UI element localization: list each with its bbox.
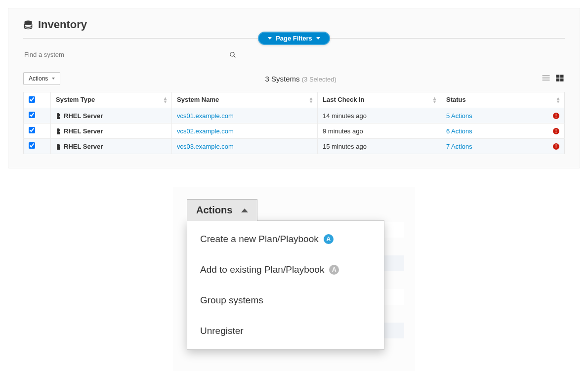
- actions-menu: Create a new Plan/Playbook A Add to exis…: [187, 220, 384, 350]
- actions-dropdown-button[interactable]: Actions: [23, 72, 60, 85]
- menu-item-add-to-plan[interactable]: Add to existing Plan/Playbook A: [187, 254, 384, 285]
- page-filters-button[interactable]: Page Filters: [258, 32, 330, 45]
- systems-table: System Type System Name Last Check In St…: [23, 92, 565, 154]
- caret-down-icon: [52, 78, 55, 80]
- alert-icon: !: [553, 113, 559, 119]
- sort-icon: [164, 96, 167, 104]
- svg-rect-7: [560, 78, 564, 81]
- row-checkbox[interactable]: [29, 127, 35, 133]
- count-main: 3 Systems: [265, 75, 300, 83]
- svg-rect-5: [560, 75, 564, 78]
- table-row[interactable]: RHEL Server vcs01.example.com 14 minutes…: [24, 108, 565, 124]
- last-check-in: 15 minutes ago: [318, 139, 441, 154]
- system-type: RHEL Server: [64, 112, 103, 120]
- background-rows: [384, 222, 404, 356]
- status-link[interactable]: 6 Actions: [446, 127, 472, 135]
- page-title-text: Inventory: [38, 18, 87, 31]
- svg-rect-4: [556, 75, 560, 78]
- list-view-button[interactable]: [541, 74, 551, 84]
- menu-item-group-systems[interactable]: Group systems: [187, 285, 384, 316]
- sort-icon: [310, 96, 312, 104]
- alert-icon: !: [553, 143, 559, 150]
- svg-rect-6: [556, 78, 560, 81]
- sort-icon: [557, 96, 559, 104]
- linux-icon: [56, 143, 61, 150]
- svg-rect-1: [543, 75, 550, 76]
- system-name-link[interactable]: vcs03.example.com: [177, 143, 234, 150]
- column-header-name[interactable]: System Name: [172, 92, 318, 108]
- systems-count: 3 Systems (3 Selected): [60, 75, 541, 83]
- actions-dropdown-detail: Actions Create a new Plan/Playbook A Add…: [173, 187, 415, 371]
- search-input[interactable]: [23, 47, 223, 62]
- actions-label: Actions: [196, 205, 232, 216]
- alert-icon: !: [553, 128, 559, 134]
- sort-icon: [433, 96, 436, 104]
- actions-dropdown-button-open[interactable]: Actions: [187, 199, 257, 221]
- column-header-last[interactable]: Last Check In: [318, 92, 441, 108]
- system-name-link[interactable]: vcs02.example.com: [177, 127, 234, 135]
- system-name-link[interactable]: vcs01.example.com: [177, 112, 234, 120]
- table-row[interactable]: RHEL Server vcs02.example.com 9 minutes …: [24, 124, 565, 139]
- menu-item-label: Group systems: [200, 295, 263, 306]
- grid-view-button[interactable]: [555, 74, 565, 84]
- caret-down-icon: [268, 37, 272, 40]
- select-all-checkbox[interactable]: [29, 96, 35, 103]
- row-checkbox[interactable]: [29, 112, 35, 118]
- menu-item-unregister[interactable]: Unregister: [187, 316, 384, 346]
- last-check-in: 9 minutes ago: [318, 124, 441, 139]
- menu-item-label: Create a new Plan/Playbook: [200, 234, 319, 245]
- system-type: RHEL Server: [64, 127, 103, 135]
- menu-item-create-plan[interactable]: Create a new Plan/Playbook A: [187, 224, 384, 254]
- menu-item-label: Add to existing Plan/Playbook: [200, 264, 324, 275]
- column-header-status[interactable]: Status: [441, 92, 565, 108]
- last-check-in: 14 minutes ago: [318, 108, 441, 124]
- svg-rect-3: [543, 80, 550, 81]
- ansible-icon: A: [324, 234, 334, 244]
- caret-down-icon: [316, 37, 320, 40]
- count-selected: (3 Selected): [302, 76, 336, 83]
- svg-rect-2: [543, 77, 550, 78]
- page-filters-label: Page Filters: [276, 35, 312, 42]
- database-icon: [23, 19, 33, 30]
- row-checkbox[interactable]: [29, 142, 35, 149]
- menu-item-label: Unregister: [200, 326, 244, 336]
- search-icon[interactable]: [229, 51, 236, 58]
- status-link[interactable]: 5 Actions: [446, 112, 472, 120]
- status-link[interactable]: 7 Actions: [446, 143, 472, 150]
- ansible-icon-disabled: A: [329, 265, 339, 275]
- system-type: RHEL Server: [64, 143, 103, 150]
- table-row[interactable]: RHEL Server vcs03.example.com 15 minutes…: [24, 139, 565, 154]
- actions-label: Actions: [29, 75, 48, 82]
- column-header-type[interactable]: System Type: [51, 92, 172, 108]
- linux-icon: [56, 128, 61, 134]
- caret-up-icon: [241, 208, 248, 212]
- linux-icon: [56, 113, 61, 119]
- inventory-panel: Inventory Page Filters Actions 3 Systems…: [8, 8, 580, 168]
